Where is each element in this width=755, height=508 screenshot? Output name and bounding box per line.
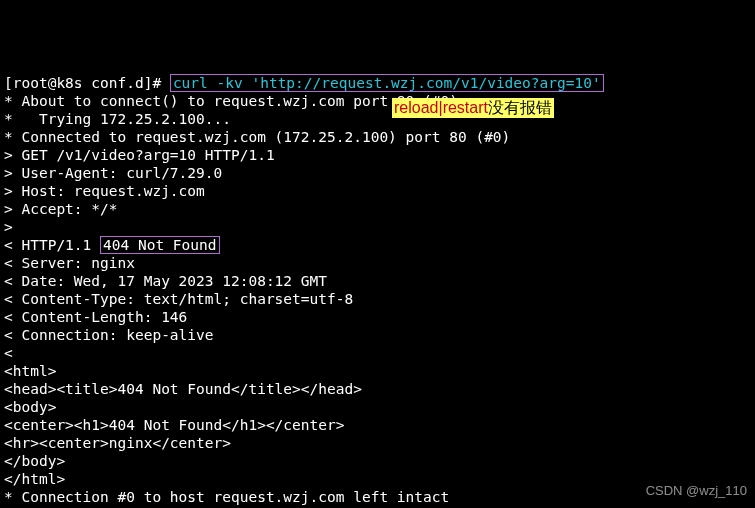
output-line: <head><title>404 Not Found</title></head… [4,381,362,397]
output-line: < Date: Wed, 17 May 2023 12:08:12 GMT [4,273,327,289]
output-line: <hr><center>nginx</center> [4,435,231,451]
status-box: 404 Not Found [100,236,220,254]
terminal-output: [root@k8s conf.d]# curl -kv 'http://requ… [4,74,751,508]
annotation-red: reload|restart [394,99,488,116]
output-line: * Trying 172.25.2.100... [4,111,231,127]
annotation-black: 没有报错 [488,99,552,116]
output-line: > Host: request.wzj.com [4,183,205,199]
curl-command-box: curl -kv 'http://request.wzj.com/v1/vide… [170,74,604,92]
output-line: < Content-Type: text/html; charset=utf-8 [4,291,353,307]
annotation-label: reload|restart没有报错 [392,98,554,118]
output-line: < HTTP/1.1 [4,237,100,253]
output-line: </html> [4,471,65,487]
shell-prompt: [root@k8s conf.d]# [4,75,170,91]
output-line: < Server: nginx [4,255,135,271]
output-line: > GET /v1/video?arg=10 HTTP/1.1 [4,147,275,163]
output-line: </body> [4,453,65,469]
output-line: * Connection #0 to host request.wzj.com … [4,489,449,505]
output-line: <body> [4,399,56,415]
output-line: <html> [4,363,56,379]
output-line: < [4,345,21,361]
watermark: CSDN @wzj_110 [646,482,747,500]
output-line: > User-Agent: curl/7.29.0 [4,165,222,181]
output-line: <center><h1>404 Not Found</h1></center> [4,417,344,433]
http-status: 404 Not Found [103,237,217,253]
output-line: < Connection: keep-alive [4,327,214,343]
output-line: < Content-Length: 146 [4,309,187,325]
output-line: * Connected to request.wzj.com (172.25.2… [4,129,510,145]
output-line: * About to connect() to request.wzj.com … [4,93,458,109]
output-line: > Accept: */* [4,201,118,217]
curl-command: curl -kv 'http://request.wzj.com/v1/vide… [173,75,601,91]
output-line: > [4,219,21,235]
